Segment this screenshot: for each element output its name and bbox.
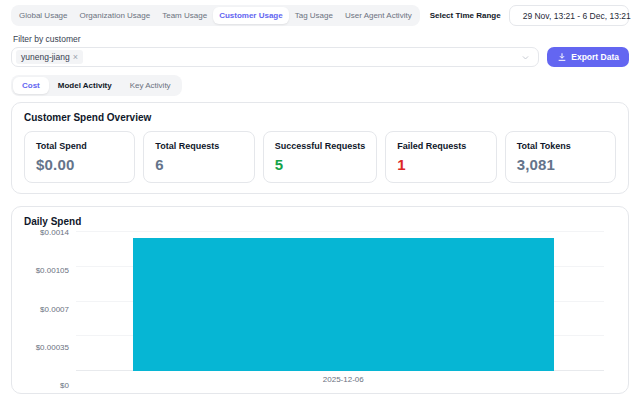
metric-total-spend: Total Spend $0.00 [24,131,135,183]
metric-label: Total Tokens [517,141,604,151]
metric-label: Total Requests [155,141,242,151]
metric-label: Failed Requests [397,141,484,151]
metric-value: 3,081 [517,156,604,173]
daily-spend-card: Daily Spend $0$0.00035$0.0007$0.00105$0.… [11,206,629,394]
daily-spend-chart: $0$0.00035$0.0007$0.00105$0.0014 2025-12… [24,232,616,385]
export-data-button[interactable]: Export Data [547,47,629,67]
customer-tag: yuneng-jiang × [16,50,83,64]
y-tick-label: $0.0014 [40,228,69,237]
y-tick-label: $0 [60,381,69,390]
metric-label: Total Spend [36,141,123,151]
export-data-label: Export Data [571,52,619,62]
metric-total-tokens: Total Tokens 3,081 [505,131,616,183]
tab-global-usage[interactable]: Global Usage [13,7,73,24]
download-icon [557,52,567,62]
metric-total-requests: Total Requests 6 [143,131,254,183]
daily-spend-bar[interactable] [133,238,554,371]
view-subtabs: Cost Model Activity Key Activity [11,75,182,96]
chart-y-axis: $0$0.00035$0.0007$0.00105$0.0014 [24,232,76,385]
chart-x-label: 2025-12-06 [133,375,554,384]
subtab-row: Cost Model Activity Key Activity [11,74,629,96]
tab-tag-usage[interactable]: Tag Usage [289,7,339,24]
time-range-label: Select Time Range [430,11,501,20]
subtab-key-activity[interactable]: Key Activity [121,77,180,94]
overview-title: Customer Spend Overview [24,112,616,123]
y-tick-label: $0.00105 [36,266,69,275]
customer-select[interactable]: yuneng-jiang × [11,47,539,67]
gridline [76,231,604,232]
metrics-row: Total Spend $0.00 Total Requests 6 Succe… [24,131,616,183]
chevron-down-icon [521,53,530,62]
time-range-value: 29 Nov, 13:21 - 6 Dec, 13:21 [523,11,631,21]
metric-value: 5 [275,156,366,173]
header-row: Global Usage Organization Usage Team Usa… [11,5,629,26]
metric-label: Successful Requests [275,141,366,151]
metric-failed-requests: Failed Requests 1 [385,131,496,183]
y-tick-label: $0.0007 [40,304,69,313]
usage-tabs: Global Usage Organization Usage Team Usa… [11,5,420,26]
tab-organization-usage[interactable]: Organization Usage [73,7,156,24]
filter-row: yuneng-jiang × Export Data [11,47,629,67]
time-range-picker[interactable]: 29 Nov, 13:21 - 6 Dec, 13:21 [509,5,629,26]
metric-value: 1 [397,156,484,173]
y-tick-label: $0.00035 [36,342,69,351]
metric-value: $0.00 [36,156,123,173]
chart-plot-area [76,232,616,371]
filter-by-customer-label: Filter by customer [13,34,629,44]
usage-dashboard: Global Usage Organization Usage Team Usa… [0,0,640,402]
tab-team-usage[interactable]: Team Usage [156,7,213,24]
metric-successful-requests: Successful Requests 5 [263,131,378,183]
remove-tag-icon[interactable]: × [73,53,78,62]
customer-tag-label: yuneng-jiang [21,52,70,62]
metric-value: 6 [155,156,242,173]
chart-title: Daily Spend [24,216,616,227]
tab-user-agent-activity[interactable]: User Agent Activity [339,7,418,24]
chart-x-axis: 2025-12-06 [76,371,616,385]
tab-customer-usage[interactable]: Customer Usage [213,7,289,24]
subtab-model-activity[interactable]: Model Activity [49,77,121,94]
customer-spend-overview-card: Customer Spend Overview Total Spend $0.0… [11,102,629,194]
subtab-cost[interactable]: Cost [13,77,49,94]
